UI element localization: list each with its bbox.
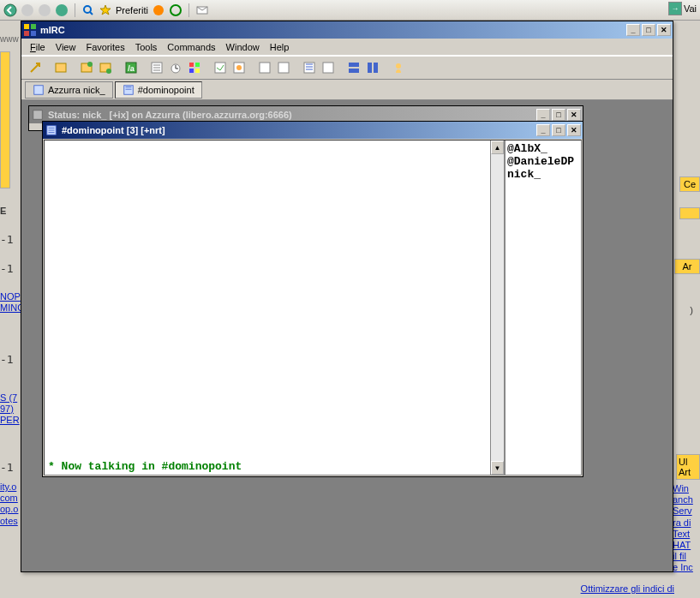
- status-maximize-button[interactable]: □: [552, 109, 565, 121]
- address-button[interactable]: [148, 59, 165, 76]
- status-close-button[interactable]: ✕: [567, 109, 581, 121]
- bg-link[interactable]: PER: [0, 415, 20, 426]
- channel-close-button[interactable]: ✕: [567, 124, 581, 136]
- bg-link[interactable]: 97): [0, 404, 20, 415]
- connect-button[interactable]: [27, 59, 44, 76]
- menu-file[interactable]: File: [25, 40, 51, 54]
- tab-label: #dominopoint: [138, 85, 194, 95]
- bg-link[interactable]: otes: [0, 516, 18, 527]
- svg-point-17: [106, 69, 111, 74]
- menu-help[interactable]: Help: [265, 40, 295, 54]
- scroll-down-button[interactable]: ▼: [491, 461, 504, 475]
- switchbar-tab-channel[interactable]: #dominopoint: [115, 81, 202, 99]
- nicklist-item[interactable]: @DanieleDP: [507, 155, 579, 168]
- bg-paren: ): [690, 305, 693, 315]
- switchbar-tab-status[interactable]: Azzurra nick_: [25, 81, 113, 99]
- svg-rect-37: [323, 63, 333, 73]
- favorites-star-icon[interactable]: [99, 3, 112, 17]
- chat-scrollbar[interactable]: ▲ ▼: [490, 141, 504, 475]
- menu-favorites[interactable]: Favorites: [81, 40, 129, 54]
- svg-point-7: [171, 5, 181, 15]
- dcc-button[interactable]: [256, 59, 273, 76]
- nicklist-item[interactable]: nick_: [507, 168, 579, 181]
- bg-link[interactable]: Text: [673, 529, 700, 540]
- refresh-icon[interactable]: [55, 3, 69, 17]
- bg-link[interactable]: ity.o: [0, 481, 18, 493]
- favorites-button[interactable]: [78, 59, 95, 76]
- channel-title: #dominopoint [3] [+nrt]: [62, 125, 165, 135]
- send-button[interactable]: [212, 59, 229, 76]
- back-icon[interactable]: [3, 3, 17, 17]
- timer-button[interactable]: [167, 59, 184, 76]
- bg-link[interactable]: e Inc: [673, 562, 700, 573]
- bg-links-left-mid: S (7 97) PER: [0, 392, 20, 427]
- stop-icon[interactable]: [38, 3, 51, 17]
- bg-link[interactable]: S (7: [0, 392, 20, 404]
- channel-titlebar[interactable]: #dominopoint [3] [+nrt] _ □ ✕: [43, 122, 583, 139]
- bg-link[interactable]: op.o: [0, 504, 18, 515]
- bg-link[interactable]: HAT: [673, 540, 700, 551]
- bg-links-left-bottom: ity.o com op.o otes: [0, 481, 18, 527]
- bg-link[interactable]: anch: [673, 494, 700, 505]
- menu-tools[interactable]: Tools: [130, 40, 163, 54]
- menu-window[interactable]: Window: [221, 40, 265, 54]
- history-icon[interactable]: [169, 3, 182, 17]
- app-titlebar[interactable]: mIRC _ □ ✕: [21, 21, 673, 39]
- minimize-button[interactable]: _: [626, 24, 640, 36]
- tab-label: Azzurra nick_: [48, 85, 105, 95]
- bg-yellow-left: [0, 51, 10, 188]
- tile-h-button[interactable]: [345, 59, 362, 76]
- favorites-label[interactable]: Preferiti: [116, 5, 148, 15]
- status-minimize-button[interactable]: _: [536, 109, 550, 121]
- search-icon[interactable]: [81, 3, 95, 17]
- notify-button[interactable]: [301, 59, 318, 76]
- nicklist-item[interactable]: @AlbX_: [507, 142, 579, 155]
- app-title: mIRC: [40, 25, 65, 35]
- url-fragment: www: [0, 34, 19, 44]
- forward-icon[interactable]: [21, 3, 34, 17]
- channel-maximize-button[interactable]: □: [552, 124, 565, 136]
- status-title: Status: nick_ [+ix] on Azzurra (libero.a…: [48, 110, 292, 120]
- svg-point-4: [84, 6, 91, 13]
- media-icon[interactable]: [152, 3, 165, 17]
- bg-yellow-strip: [679, 207, 700, 219]
- bg-dash: -1: [0, 353, 14, 366]
- mail-icon[interactable]: [195, 3, 209, 17]
- bg-link[interactable]: Serv: [673, 505, 700, 517]
- bg-link[interactable]: ra di: [673, 517, 700, 529]
- channel-icon: [123, 84, 135, 96]
- log-button[interactable]: [275, 59, 292, 76]
- colors-button[interactable]: [186, 59, 203, 76]
- about-button[interactable]: [390, 59, 407, 76]
- svg-rect-38: [349, 63, 359, 67]
- toolbar: /a: [21, 56, 673, 80]
- bg-link[interactable]: Win: [673, 483, 700, 494]
- nicklist[interactable]: @AlbX_ @DanieleDP nick_: [504, 141, 581, 475]
- svg-point-2: [39, 4, 51, 16]
- bg-link[interactable]: il fil: [673, 551, 700, 562]
- chat-area[interactable]: * Now talking in #dominopoint: [45, 141, 490, 475]
- maximize-button[interactable]: □: [642, 24, 655, 36]
- menu-commands[interactable]: Commands: [162, 40, 220, 54]
- bg-label-ar: Ar: [674, 259, 700, 274]
- channels-button[interactable]: [97, 59, 114, 76]
- menu-view[interactable]: View: [51, 40, 81, 54]
- scripts-button[interactable]: /a: [123, 59, 140, 76]
- svg-point-15: [87, 62, 93, 67]
- browser-go-button[interactable]: →: [668, 2, 682, 15]
- close-button[interactable]: ✕: [657, 24, 671, 36]
- chat-button[interactable]: [230, 59, 248, 76]
- svg-rect-39: [349, 69, 359, 73]
- bg-footer-link[interactable]: Ottimizzare gli indici di: [581, 583, 674, 595]
- status-icon: [33, 84, 45, 96]
- channel-minimize-button[interactable]: _: [536, 124, 550, 136]
- scroll-up-button[interactable]: ▲: [491, 141, 504, 154]
- bg-label-ul-art: Ul Art: [676, 454, 700, 480]
- svg-rect-45: [33, 111, 43, 120]
- tile-v-button[interactable]: [364, 59, 381, 76]
- bg-link[interactable]: com: [0, 493, 18, 504]
- urls-button[interactable]: [320, 59, 337, 76]
- svg-rect-13: [56, 63, 66, 72]
- options-button[interactable]: [52, 59, 69, 76]
- channel-window: #dominopoint [3] [+nrt] _ □ ✕ * Now talk…: [42, 121, 583, 477]
